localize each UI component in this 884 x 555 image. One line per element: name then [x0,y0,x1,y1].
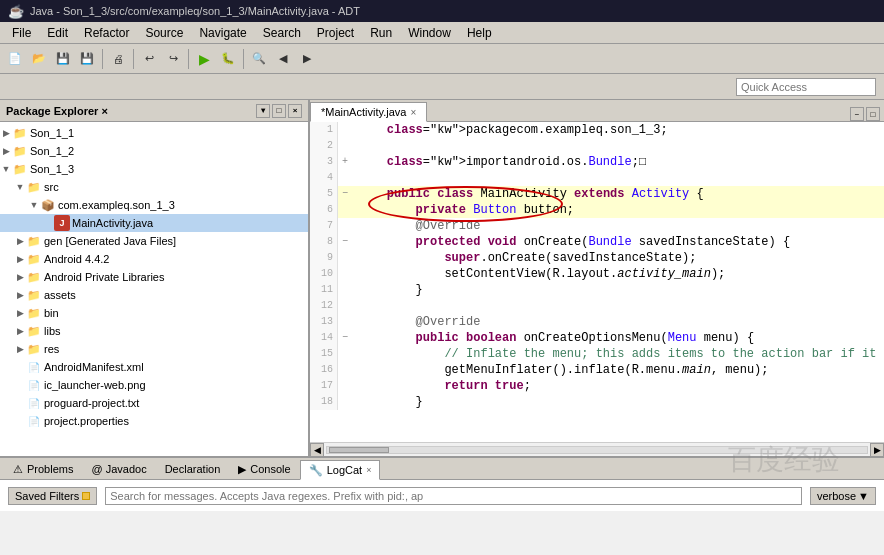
toolbar-open-btn[interactable]: 📂 [28,48,50,70]
toolbar-forward-btn[interactable]: ▶ [296,48,318,70]
scroll-left-btn[interactable]: ◀ [310,443,324,457]
editor-tab-label: *MainActivity.java [321,106,406,118]
quick-access-input[interactable] [736,78,876,96]
line-content: setContentView(R.layout.activity_main); [352,266,725,282]
scroll-right-btn[interactable]: ▶ [870,443,884,457]
tree-item[interactable]: ▶ 📁 Son_1_1 [0,124,308,142]
quick-access-bar [0,74,884,100]
folder-icon: 📁 [26,269,42,285]
tree-item[interactable]: ▶ 📁 libs [0,322,308,340]
toolbar-new-btn[interactable]: 📄 [4,48,26,70]
tree-item[interactable]: ▼ 📁 Son_1_3 [0,160,308,178]
bottom-content: Saved Filters verbose ▼ [0,480,884,511]
menu-run[interactable]: Run [362,24,400,42]
tree-item[interactable]: ▼ 📦 com.exampleq.son_1_3 [0,196,308,214]
menu-window[interactable]: Window [400,24,459,42]
app-icon: ☕ [8,4,24,19]
menu-search[interactable]: Search [255,24,309,42]
bottom-tab-console[interactable]: ▶ Console [229,459,299,479]
code-line: 18 } [310,394,884,410]
tree-arrow: ▶ [0,127,12,139]
tree-item[interactable]: ▶ 📁 assets [0,286,308,304]
tree-item[interactable]: ▶ 📁 bin [0,304,308,322]
toolbar-save-btn[interactable]: 💾 [52,48,74,70]
code-area[interactable]: 1 class="kw">package com.exampleq.son_1_… [310,122,884,442]
scroll-track[interactable] [326,446,868,454]
code-line: 10 setContentView(R.layout.activity_main… [310,266,884,282]
tree-item[interactable]: 📄 ic_launcher-web.png [0,376,308,394]
window-title: Java - Son_1_3/src/com/exampleq/son_1_3/… [30,5,360,17]
code-line: 3 + class="kw">import android.os.Bundle;… [310,154,884,170]
menu-file[interactable]: File [4,24,39,42]
logcat-close-btn[interactable]: × [366,465,371,475]
code-line: 9 super.onCreate(savedInstanceState); [310,250,884,266]
line-number: 9 [310,250,338,266]
tree-item[interactable]: ▶ 📁 Android 4.4.2 [0,250,308,268]
editor-maximize-btn[interactable]: □ [866,107,880,121]
menu-help[interactable]: Help [459,24,500,42]
tree-label: Son_1_2 [30,145,74,157]
editor-tab-main[interactable]: *MainActivity.java × [310,102,427,122]
panel-close-btn[interactable]: × [288,104,302,118]
tree-label: bin [44,307,59,319]
toolbar-print-btn[interactable]: 🖨 [107,48,129,70]
folder-icon: 📁 [26,287,42,303]
toolbar-run-btn[interactable]: ▶ [193,48,215,70]
tree-label: Son_1_3 [30,163,74,175]
editor-minimize-btn[interactable]: − [850,107,864,121]
toolbar-back-btn[interactable]: ◀ [272,48,294,70]
toolbar-undo-btn[interactable]: ↩ [138,48,160,70]
tree-item[interactable]: ▶ 📁 Android Private Libraries [0,268,308,286]
line-number: 11 [310,282,338,298]
tree-item[interactable]: ▶ 📁 Son_1_2 [0,142,308,160]
tree-item[interactable]: 📄 AndroidManifest.xml [0,358,308,376]
toolbar-save-all-btn[interactable]: 💾 [76,48,98,70]
verbose-dropdown-icon: ▼ [858,490,869,502]
panel-collapse-btn[interactable]: ▾ [256,104,270,118]
tree-item[interactable]: J MainActivity.java [0,214,308,232]
line-content: protected void onCreate(Bundle savedInst… [352,234,790,250]
tree-item[interactable]: ▼ 📁 src [0,178,308,196]
toolbar-sep-1 [102,49,103,69]
menu-source[interactable]: Source [137,24,191,42]
bottom-section: ⚠ Problems @ Javadoc Declaration ▶ Conso… [0,456,884,511]
fold-gutter[interactable]: − [338,234,352,250]
tree-label: proguard-project.txt [44,397,139,409]
tree-item[interactable]: 📄 proguard-project.txt [0,394,308,412]
fold-gutter[interactable]: − [338,330,352,346]
horizontal-scrollbar[interactable]: ◀ ▶ [310,442,884,456]
bottom-tab-problems[interactable]: ⚠ Problems [4,459,82,479]
code-line: 2 [310,138,884,154]
fold-gutter[interactable]: + [338,154,352,170]
verbose-button[interactable]: verbose ▼ [810,487,876,505]
console-label: Console [250,463,290,475]
editor-tab-close[interactable]: × [410,107,416,118]
tree-arrow: ▶ [14,325,26,337]
package-tree: ▶ 📁 Son_1_1 ▶ 📁 Son_1_2 ▼ 📁 Son_1_3 ▼ 📁 … [0,122,308,456]
toolbar-search-btn[interactable]: 🔍 [248,48,270,70]
tree-item[interactable]: ▶ 📁 res [0,340,308,358]
log-filter-input[interactable] [105,487,802,505]
menu-edit[interactable]: Edit [39,24,76,42]
bottom-tab-logcat[interactable]: 🔧 LogCat × [300,460,381,480]
menu-navigate[interactable]: Navigate [191,24,254,42]
tree-item[interactable]: ▶ 📁 gen [Generated Java Files] [0,232,308,250]
fold-gutter[interactable]: − [338,186,352,202]
panel-maximize-btn[interactable]: □ [272,104,286,118]
toolbar-debug-btn[interactable]: 🐛 [217,48,239,70]
menu-refactor[interactable]: Refactor [76,24,137,42]
tree-label: Android Private Libraries [44,271,164,283]
saved-filters-button[interactable]: Saved Filters [8,487,97,505]
bottom-tab-javadoc[interactable]: @ Javadoc [82,459,155,479]
tree-arrow: ▶ [14,271,26,283]
toolbar-redo-btn[interactable]: ↪ [162,48,184,70]
scroll-thumb[interactable] [329,447,389,453]
bottom-tab-declaration[interactable]: Declaration [156,459,230,479]
toolbar-sep-2 [133,49,134,69]
console-icon: ▶ [238,463,246,476]
tree-item[interactable]: 📄 project.properties [0,412,308,430]
tree-arrow: ▶ [14,235,26,247]
tree-arrow: ▶ [0,145,12,157]
menu-project[interactable]: Project [309,24,362,42]
line-content: class="kw">package [352,122,516,138]
